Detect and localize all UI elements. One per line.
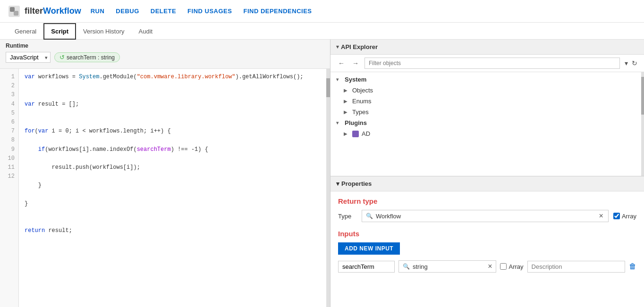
array-check-wrap: Array [613, 213, 636, 220]
nav-find-usages[interactable]: FIND USAGES [187, 8, 232, 15]
ad-toggle: ▶ [344, 131, 349, 136]
runtime-select[interactable]: JavaScript [6, 52, 51, 63]
input-description-field[interactable] [527, 261, 625, 273]
plugins-label: Plugins [345, 119, 367, 126]
properties-header[interactable]: ▾ Properties [330, 176, 644, 191]
tab-general[interactable]: General [8, 24, 43, 39]
filter-input[interactable] [364, 58, 620, 69]
right-panel: ▾ API Explorer ← → ▾ ↻ ▾ System [330, 40, 644, 307]
tree-scrollbar[interactable] [641, 72, 644, 176]
ad-label: AD [362, 130, 370, 137]
add-new-input-button[interactable]: ADD NEW INPUT [338, 242, 400, 255]
main-layout: Runtime JavaScript ↺ searchTerm : string… [0, 40, 644, 307]
code-area: 12345 678910 1112 var workflows = System… [0, 69, 330, 307]
api-explorer-title: API Explorer [341, 43, 378, 50]
input-name-field[interactable] [338, 261, 395, 273]
input-type-clear-btn[interactable]: × [488, 263, 492, 270]
code-scrollbar-thumb [326, 78, 330, 97]
code-toolbar: Runtime JavaScript ↺ searchTerm : string [0, 40, 330, 69]
objects-label: Objects [352, 87, 373, 94]
inputs-section: Inputs ADD NEW INPUT 🔍 string × Array [338, 230, 636, 273]
api-explorer: ▾ API Explorer ← → ▾ ↻ ▾ System [330, 40, 644, 176]
svg-rect-1 [10, 7, 15, 12]
runtime-label: Runtime [6, 42, 28, 49]
refresh-btn[interactable]: ↻ [631, 58, 638, 68]
type-clear-btn[interactable]: × [598, 212, 604, 220]
nav-run[interactable]: RUN [91, 8, 105, 15]
app-title: filterWorkflow [25, 6, 81, 16]
type-value: Workflow [376, 213, 595, 220]
array-checkbox[interactable] [613, 213, 620, 219]
app-logo: filterWorkflow [8, 5, 81, 18]
api-explorer-header[interactable]: ▾ API Explorer [330, 40, 644, 55]
code-content[interactable]: var workflows = System.getModule("com.vm… [19, 69, 326, 307]
code-panel: Runtime JavaScript ↺ searchTerm : string… [0, 40, 330, 307]
input-type-wrap[interactable]: 🔍 string × [398, 260, 496, 273]
svg-rect-2 [14, 11, 18, 16]
tree-ad[interactable]: ▶ AD [330, 128, 644, 139]
input-delete-btn[interactable]: 🗑 [629, 262, 636, 271]
tab-version-history[interactable]: Version History [76, 24, 131, 39]
type-input-wrap[interactable]: 🔍 Workflow × [362, 210, 609, 222]
tab-audit[interactable]: Audit [132, 24, 160, 39]
return-type-section: Return type Type 🔍 Workflow × Array [338, 197, 636, 222]
input-array-wrap: Array [500, 263, 523, 270]
type-label: Type [338, 213, 357, 220]
runtime-select-wrapper[interactable]: JavaScript [6, 52, 51, 63]
properties-title: Properties [341, 180, 372, 187]
input-array-checkbox[interactable] [500, 263, 507, 270]
input-type-value: string [413, 263, 485, 270]
tree-enums[interactable]: ▶ Enums [330, 96, 644, 107]
nav-forward-btn[interactable]: → [350, 58, 361, 68]
api-explorer-chevron: ▾ [336, 44, 339, 50]
return-type-heading: Return type [338, 197, 636, 205]
api-toolbar: ← → ▾ ↻ [330, 55, 644, 72]
tree-scrollbar-thumb [641, 77, 644, 115]
system-label: System [345, 76, 366, 83]
objects-toggle: ▶ [344, 88, 349, 93]
nav-delete[interactable]: DELETE [151, 8, 176, 15]
api-tree: ▾ System ▶ Objects ▶ Enums ▶ Types ▾ [330, 72, 644, 176]
top-nav: RUN DEBUG DELETE FIND USAGES FIND DEPEND… [91, 8, 312, 15]
tree-objects[interactable]: ▶ Objects [330, 85, 644, 96]
type-row: Type 🔍 Workflow × Array [338, 210, 636, 222]
input-type-search-icon: 🔍 [403, 263, 410, 270]
line-numbers: 12345 678910 1112 [0, 69, 19, 307]
types-label: Types [352, 108, 369, 116]
tab-script[interactable]: Script [43, 23, 76, 40]
code-scrollbar[interactable] [326, 69, 330, 307]
tab-bar: General Script Version History Audit [0, 23, 644, 40]
nav-find-dependencies[interactable]: FIND DEPENDENCIES [243, 8, 312, 15]
array-label: Array [622, 213, 636, 220]
input-array-label: Array [508, 263, 523, 270]
tree-system[interactable]: ▾ System [330, 74, 644, 85]
tree-plugins[interactable]: ▾ Plugins [330, 117, 644, 128]
param-tag-icon: ↺ [59, 54, 65, 61]
top-bar: filterWorkflow RUN DEBUG DELETE FIND USA… [0, 0, 644, 23]
nav-back-btn[interactable]: ← [336, 58, 347, 68]
system-toggle: ▾ [336, 77, 342, 82]
properties-panel: ▾ Properties Return type Type 🔍 Workflow… [330, 176, 644, 307]
properties-body: Return type Type 🔍 Workflow × Array [330, 191, 644, 307]
filter-options-btn[interactable]: ▾ [624, 58, 629, 68]
input-row: 🔍 string × Array 🗑 [338, 260, 636, 273]
enums-toggle: ▶ [344, 99, 349, 104]
types-toggle: ▶ [344, 109, 349, 115]
app-logo-icon [8, 5, 21, 18]
plugins-toggle: ▾ [336, 120, 342, 125]
filter-actions: ▾ ↻ [624, 58, 638, 68]
ad-plugin-icon [352, 131, 359, 137]
nav-debug[interactable]: DEBUG [116, 8, 139, 15]
filter-input-wrap [364, 58, 620, 69]
tree-types[interactable]: ▶ Types [330, 107, 644, 117]
inputs-heading: Inputs [338, 230, 636, 238]
param-tag: ↺ searchTerm : string [54, 52, 120, 62]
properties-chevron: ▾ [336, 180, 339, 187]
enums-label: Enums [352, 98, 371, 105]
type-search-icon: 🔍 [366, 213, 373, 219]
